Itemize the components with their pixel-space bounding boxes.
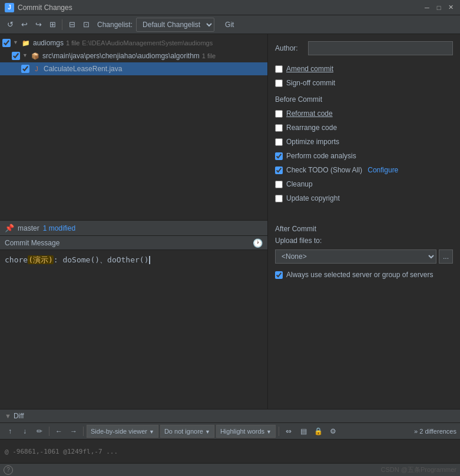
ignore-whitespace-button[interactable]: Do not ignore [160,425,214,438]
highlight-chevron [266,428,272,435]
window-controls: ─ □ ✕ [422,3,455,12]
prev-change-button[interactable]: ↑ [4,425,16,438]
cleanup-row: Cleanup [275,178,453,191]
copyright-label: Update copyright [286,194,340,202]
checktodo-label: Check TODO (Show All) [286,166,364,174]
tree-item-audiomgs[interactable]: ▼ 📁 audiomgs 1 file E:\IDEA\AudioManagem… [0,36,267,49]
app-icon: J [5,3,14,12]
prev-file-button[interactable]: ← [52,425,65,438]
group-button[interactable]: ⊞ [46,18,59,31]
tree-arrow-audiomgs: ▼ [13,39,20,46]
rearrange-label: Rearrange code [286,124,337,132]
always-use-row: Always use selected server or group of s… [275,268,453,281]
tree-meta-src: 1 file [202,52,216,59]
java-icon-calculate: J [32,64,41,74]
help-button[interactable]: ? [4,465,13,475]
pin-icon: 📌 [5,224,14,232]
next-file-button[interactable]: → [67,425,80,438]
upload-select[interactable]: <None> [275,249,436,264]
next-change-button[interactable]: ↓ [18,425,31,438]
diff-toolbar: ↑ ↓ ✏ ← → Side-by-side viewer Do not ign… [0,423,460,440]
close-button[interactable]: ✕ [446,3,455,12]
tree-path-audiomgs: E:\IDEA\AudioManagementSystem\audiomgs [82,39,213,46]
checktodo-checkbox[interactable] [275,167,283,174]
diff-settings-button[interactable]: ⚙ [326,425,339,438]
ignore-label: Do not ignore [164,428,203,435]
optimize-label: Optimize imports [286,138,339,146]
before-commit-section: Before Commit Reformat code Rearrange co… [275,91,453,206]
upload-row: Upload files to: [275,237,453,245]
signoff-commit-row: Sign-off commit [275,76,453,89]
analyze-row: Perform code analysis [275,149,453,162]
expand-all-button[interactable]: ⊡ [80,18,92,31]
upload-dropdown-row: <None> ... [275,249,453,264]
diff-toggle-icon[interactable]: ▼ [5,412,11,420]
tree-label-audiomgs: audiomgs [33,39,64,47]
highlight-words-button[interactable]: Highlight words [216,425,276,438]
sync-button[interactable]: ⇔ [282,425,295,438]
tree-meta-audiomgs: 1 file [66,39,80,46]
highlight-label: Highlight words [220,428,264,435]
content-area: ▼ 📁 audiomgs 1 file E:\IDEA\AudioManagem… [0,34,460,409]
diff-title: Diff [14,412,24,420]
edit-source-button[interactable]: ✏ [33,425,46,438]
always-use-checkbox[interactable] [275,271,283,279]
signoff-commit-label[interactable]: Sign-off commit [286,79,335,87]
analyze-label: Perform code analysis [286,152,356,160]
author-input[interactable] [308,41,453,55]
tree-checkbox-src[interactable] [12,52,20,60]
collapse-all-button[interactable]: ⊟ [65,18,78,31]
before-commit-title: Before Commit [275,95,453,104]
commit-message-header: Commit Message 🕐 [0,236,267,250]
amend-commit-row: Amend commit [275,62,453,75]
lock-button[interactable]: 🔒 [312,425,325,438]
diff-content: @ -96861,-1061 @1249fl,-7 ... [0,440,460,463]
changelist-dropdown[interactable]: Default Changelist [136,18,214,32]
collapse-unchanged-button[interactable]: ▤ [297,425,310,438]
amend-commit-checkbox[interactable] [275,65,283,73]
copyright-checkbox[interactable] [275,195,283,202]
copyright-row: Update copyright [275,192,453,205]
configure-link[interactable]: Configure [368,166,398,174]
undo-button[interactable]: ↩ [18,18,31,31]
branch-label[interactable]: master [18,224,39,232]
cleanup-label: Cleanup [286,180,313,188]
optimize-checkbox[interactable] [275,138,283,146]
diff-separator-2 [83,427,84,436]
title-bar: J Commit Changes ─ □ ✕ [0,0,460,15]
redo-button[interactable]: ↪ [32,18,45,31]
toolbar-separator-1 [62,19,62,30]
signoff-commit-checkbox[interactable] [275,79,283,87]
refresh-button[interactable]: ↺ [4,18,16,31]
diff-header: ▼ Diff [0,409,460,423]
commit-message-section: Commit Message 🕐 chore(演示): doSome()、doO… [0,235,267,409]
upload-label: Upload files to: [275,237,322,245]
side-by-side-button[interactable]: Side-by-side viewer [87,425,158,438]
commit-history-button[interactable]: 🕐 [253,238,263,248]
commit-message-display[interactable]: chore(演示): doSome()、doOther() [0,250,267,409]
upload-more-button[interactable]: ... [439,249,453,264]
window-title: Commit Changes [18,4,422,12]
tree-item-src[interactable]: ▼ 📦 src\main\java\pers\chenjiahao\audiom… [0,49,267,62]
left-panel: ▼ 📁 audiomgs 1 file E:\IDEA\AudioManagem… [0,34,268,409]
modified-label[interactable]: 1 modified [43,224,75,232]
main-container: ↺ ↩ ↪ ⊞ ⊟ ⊡ Changelist: Default Changeli… [0,15,460,476]
ignore-chevron [205,428,210,435]
analyze-checkbox[interactable] [275,152,283,160]
rearrange-checkbox[interactable] [275,124,283,132]
minimize-button[interactable]: ─ [422,3,432,12]
reformat-checkbox[interactable] [275,110,283,118]
diff-line-text: @ -96861,-1061 @1249fl,-7 ... [5,448,118,455]
diff-section: ▼ Diff ↑ ↓ ✏ ← → Side-by-side viewer Do … [0,409,460,463]
cleanup-checkbox[interactable] [275,181,283,188]
status-bar: 📌 master 1 modified [0,220,267,235]
amend-commit-label[interactable]: Amend commit [286,65,333,73]
toolbar: ↺ ↩ ↪ ⊞ ⊟ ⊡ Changelist: Default Changeli… [0,15,460,34]
always-use-label: Always use selected server or group of s… [286,271,433,279]
tree-item-calculate[interactable]: J CalculateLeaseRent.java [0,62,267,75]
git-tab[interactable]: Git [221,19,237,30]
maximize-button[interactable]: □ [434,3,444,12]
diff-separator-1 [49,427,49,436]
tree-checkbox-calculate[interactable] [21,65,29,73]
tree-checkbox-audiomgs[interactable] [2,39,11,47]
